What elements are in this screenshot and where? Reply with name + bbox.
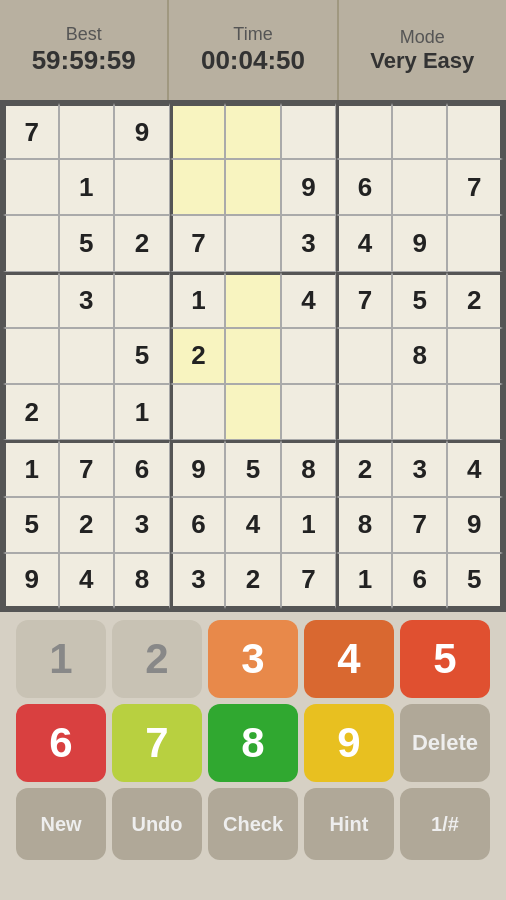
cell-r1-c5[interactable]: 9 — [281, 159, 337, 215]
undo-button[interactable]: Undo — [112, 788, 202, 860]
cell-r3-c6[interactable]: 7 — [336, 272, 392, 328]
cell-r0-c7[interactable] — [392, 103, 448, 159]
cell-r2-c7[interactable]: 9 — [392, 215, 448, 271]
cell-r4-c7[interactable]: 8 — [392, 328, 448, 384]
cell-r2-c4[interactable] — [225, 215, 281, 271]
cell-r3-c3[interactable]: 1 — [170, 272, 226, 328]
cell-r6-c8[interactable]: 4 — [447, 440, 503, 496]
cell-r7-c5[interactable]: 1 — [281, 497, 337, 553]
cell-r5-c6[interactable] — [336, 384, 392, 440]
cell-r3-c8[interactable]: 2 — [447, 272, 503, 328]
cell-r7-c4[interactable]: 4 — [225, 497, 281, 553]
delete-button[interactable]: Delete — [400, 704, 490, 782]
cell-r1-c3[interactable] — [170, 159, 226, 215]
cell-r0-c4[interactable] — [225, 103, 281, 159]
cell-r1-c7[interactable] — [392, 159, 448, 215]
check-button[interactable]: Check — [208, 788, 298, 860]
cell-r6-c5[interactable]: 8 — [281, 440, 337, 496]
cell-r5-c1[interactable] — [59, 384, 115, 440]
cell-r2-c2[interactable]: 2 — [114, 215, 170, 271]
cell-r0-c5[interactable] — [281, 103, 337, 159]
cell-r2-c0[interactable] — [3, 215, 59, 271]
cell-r3-c1[interactable]: 3 — [59, 272, 115, 328]
cell-r6-c1[interactable]: 7 — [59, 440, 115, 496]
cell-r8-c0[interactable]: 9 — [3, 553, 59, 609]
hint-button[interactable]: Hint — [304, 788, 394, 860]
cell-r8-c3[interactable]: 3 — [170, 553, 226, 609]
num-1-button[interactable]: 1 — [16, 620, 106, 698]
cell-r2-c3[interactable]: 7 — [170, 215, 226, 271]
cell-r6-c4[interactable]: 5 — [225, 440, 281, 496]
cell-r1-c0[interactable] — [3, 159, 59, 215]
cell-r5-c2[interactable]: 1 — [114, 384, 170, 440]
cell-r4-c6[interactable] — [336, 328, 392, 384]
toggle-button[interactable]: 1/# — [400, 788, 490, 860]
cell-r8-c5[interactable]: 7 — [281, 553, 337, 609]
new-button[interactable]: New — [16, 788, 106, 860]
cell-r1-c6[interactable]: 6 — [336, 159, 392, 215]
cell-r6-c7[interactable]: 3 — [392, 440, 448, 496]
cell-r6-c2[interactable]: 6 — [114, 440, 170, 496]
cell-r6-c0[interactable]: 1 — [3, 440, 59, 496]
cell-r7-c6[interactable]: 8 — [336, 497, 392, 553]
cell-r8-c8[interactable]: 5 — [447, 553, 503, 609]
cell-r7-c8[interactable]: 9 — [447, 497, 503, 553]
sudoku-grid[interactable]: 7919675273493147525282117695823452364187… — [0, 103, 506, 609]
cell-r5-c8[interactable] — [447, 384, 503, 440]
num-9-button[interactable]: 9 — [304, 704, 394, 782]
cell-r0-c8[interactable] — [447, 103, 503, 159]
cell-r7-c2[interactable]: 3 — [114, 497, 170, 553]
cell-r8-c7[interactable]: 6 — [392, 553, 448, 609]
cell-r1-c2[interactable] — [114, 159, 170, 215]
cell-r3-c0[interactable] — [3, 272, 59, 328]
time-section: Time 00:04:50 — [169, 0, 338, 100]
cell-r3-c7[interactable]: 5 — [392, 272, 448, 328]
cell-r4-c1[interactable] — [59, 328, 115, 384]
num-5-button[interactable]: 5 — [400, 620, 490, 698]
cell-r3-c4[interactable] — [225, 272, 281, 328]
cell-r5-c5[interactable] — [281, 384, 337, 440]
mode-value: Very Easy — [370, 48, 474, 74]
cell-r3-c2[interactable] — [114, 272, 170, 328]
cell-r5-c7[interactable] — [392, 384, 448, 440]
cell-r4-c8[interactable] — [447, 328, 503, 384]
cell-r0-c1[interactable] — [59, 103, 115, 159]
cell-r4-c2[interactable]: 5 — [114, 328, 170, 384]
cell-r0-c2[interactable]: 9 — [114, 103, 170, 159]
cell-r2-c6[interactable]: 4 — [336, 215, 392, 271]
cell-r7-c3[interactable]: 6 — [170, 497, 226, 553]
num-6-button[interactable]: 6 — [16, 704, 106, 782]
cell-r8-c4[interactable]: 2 — [225, 553, 281, 609]
cell-r0-c3[interactable] — [170, 103, 226, 159]
cell-r4-c0[interactable] — [3, 328, 59, 384]
cell-r2-c1[interactable]: 5 — [59, 215, 115, 271]
cell-r5-c0[interactable]: 2 — [3, 384, 59, 440]
cell-r6-c6[interactable]: 2 — [336, 440, 392, 496]
cell-r7-c7[interactable]: 7 — [392, 497, 448, 553]
num-8-button[interactable]: 8 — [208, 704, 298, 782]
action-row: New Undo Check Hint 1/# — [6, 788, 500, 860]
cell-r4-c3[interactable]: 2 — [170, 328, 226, 384]
cell-r6-c3[interactable]: 9 — [170, 440, 226, 496]
cell-r1-c8[interactable]: 7 — [447, 159, 503, 215]
cell-r7-c1[interactable]: 2 — [59, 497, 115, 553]
num-2-button[interactable]: 2 — [112, 620, 202, 698]
cell-r7-c0[interactable]: 5 — [3, 497, 59, 553]
cell-r1-c1[interactable]: 1 — [59, 159, 115, 215]
cell-r2-c5[interactable]: 3 — [281, 215, 337, 271]
cell-r2-c8[interactable] — [447, 215, 503, 271]
cell-r8-c2[interactable]: 8 — [114, 553, 170, 609]
num-3-button[interactable]: 3 — [208, 620, 298, 698]
cell-r4-c5[interactable] — [281, 328, 337, 384]
cell-r5-c4[interactable] — [225, 384, 281, 440]
cell-r8-c1[interactable]: 4 — [59, 553, 115, 609]
cell-r4-c4[interactable] — [225, 328, 281, 384]
cell-r8-c6[interactable]: 1 — [336, 553, 392, 609]
cell-r3-c5[interactable]: 4 — [281, 272, 337, 328]
num-7-button[interactable]: 7 — [112, 704, 202, 782]
cell-r0-c0[interactable]: 7 — [3, 103, 59, 159]
cell-r0-c6[interactable] — [336, 103, 392, 159]
cell-r1-c4[interactable] — [225, 159, 281, 215]
cell-r5-c3[interactable] — [170, 384, 226, 440]
num-4-button[interactable]: 4 — [304, 620, 394, 698]
